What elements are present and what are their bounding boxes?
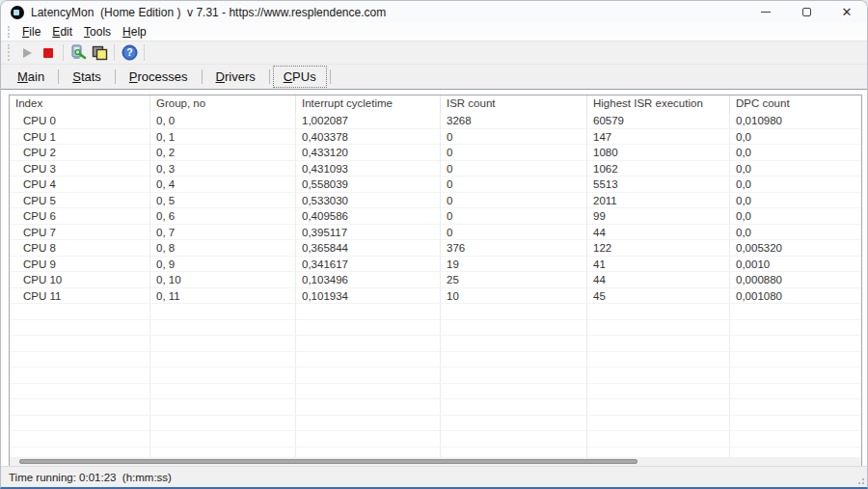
table-row[interactable]: CPU 60, 60,4095860990,0 — [10, 208, 861, 225]
column-header[interactable]: Interrupt cycletime — [296, 95, 441, 113]
empty-table-row — [10, 352, 861, 368]
column-header[interactable]: DPC count — [730, 95, 861, 113]
table-cell — [587, 431, 730, 448]
table-cell: 0,101934 — [296, 288, 441, 305]
scrollbar-thumb[interactable] — [19, 459, 637, 464]
table-cell: CPU 7 — [10, 225, 150, 241]
table-cell — [730, 304, 861, 320]
table-cell: CPU 5 — [10, 193, 150, 209]
table-row[interactable]: CPU 90, 90,34161719410,0010 — [10, 257, 861, 273]
stop-button[interactable] — [38, 43, 59, 63]
table-cell: 0 — [441, 177, 587, 193]
tab-separator — [115, 69, 116, 84]
table-row[interactable]: CPU 80, 80,3658443761220,005320 — [10, 240, 861, 257]
table-cell — [587, 384, 730, 400]
toolbar-separator — [114, 44, 115, 61]
table-cell: 0,533030 — [296, 193, 441, 209]
table-cell — [730, 336, 861, 352]
table-cell — [587, 336, 730, 352]
title-bar: LatencyMon (Home Edition ) v 7.31 - http… — [1, 1, 867, 23]
table-cell — [10, 320, 150, 337]
table-row[interactable]: CPU 20, 20,433120010800,0 — [10, 145, 861, 161]
table-row[interactable]: CPU 100, 100,10349625440,000880 — [10, 272, 861, 288]
table-cell: 0,103496 — [296, 272, 441, 288]
menu-item-file[interactable]: File — [16, 24, 46, 40]
table-row[interactable]: CPU 70, 70,3951170440,0 — [10, 225, 861, 241]
analyze-button[interactable] — [68, 43, 89, 63]
table-row[interactable]: CPU 10, 10,40337801470,0 — [10, 129, 861, 146]
table-cell — [296, 352, 441, 368]
tab-processes[interactable]: Processes — [119, 66, 199, 88]
tab-drivers[interactable]: Drivers — [205, 66, 266, 88]
toolbar-gripper — [8, 44, 11, 60]
table-cell: 10 — [441, 288, 587, 305]
table-cell — [296, 416, 441, 432]
table-cell — [441, 320, 587, 337]
table-cell: 0,0 — [730, 193, 861, 209]
menubar-gripper — [8, 26, 11, 39]
table-cell: 99 — [587, 208, 730, 225]
resize-grip[interactable] — [854, 475, 864, 484]
empty-table-row — [10, 416, 861, 432]
table-cell: 0,0 — [730, 129, 861, 146]
table-cell — [441, 431, 587, 448]
table-cell: 0, 2 — [150, 145, 296, 161]
status-bar: Time running: 0:01:23 (h:mm:ss) — [1, 466, 867, 487]
help-icon: ? — [122, 44, 138, 61]
processes-button[interactable] — [89, 43, 110, 63]
table-cell: 0,0010 — [730, 257, 861, 273]
table-cell — [10, 399, 150, 416]
table-cell — [150, 431, 296, 448]
overlapping-windows-icon — [92, 45, 108, 61]
menu-item-edit[interactable]: Edit — [46, 24, 78, 40]
column-header[interactable]: Index — [10, 95, 150, 113]
table-cell: 2011 — [587, 193, 730, 209]
minimize-button[interactable] — [746, 1, 786, 23]
table-cell — [587, 399, 730, 416]
table-cell: 0, 6 — [150, 208, 296, 225]
empty-table-row — [10, 336, 861, 352]
table-cell: 0,431093 — [296, 161, 441, 177]
table-cell — [150, 320, 296, 337]
table-cell: 19 — [441, 257, 587, 273]
table-cell: 1080 — [587, 145, 730, 161]
table-cell — [150, 336, 296, 352]
tab-main[interactable]: Main — [7, 66, 55, 88]
table-cell: 0,403378 — [296, 129, 441, 146]
toolbar-separator — [144, 44, 145, 61]
column-header[interactable]: Highest ISR execution — [587, 95, 730, 113]
menu-bar: FileEditToolsHelp — [1, 23, 867, 41]
close-icon: ✕ — [842, 6, 853, 18]
horizontal-scrollbar[interactable] — [10, 457, 861, 466]
table-row[interactable]: CPU 110, 110,10193410450,001080 — [10, 288, 861, 305]
table-cell: CPU 6 — [10, 208, 150, 225]
menu-item-help[interactable]: Help — [117, 24, 152, 40]
table-cell: 0 — [441, 161, 587, 177]
table-row[interactable]: CPU 30, 30,431093010620,0 — [10, 161, 861, 177]
help-button[interactable]: ? — [119, 43, 140, 63]
play-button[interactable] — [16, 43, 38, 63]
tab-separator — [202, 69, 203, 84]
table-cell — [441, 399, 587, 416]
table-cell: 0, 0 — [150, 113, 296, 129]
maximize-button[interactable] — [786, 1, 827, 23]
table-row[interactable]: CPU 40, 40,558039055130,0 — [10, 177, 861, 193]
column-header[interactable]: ISR count — [441, 95, 587, 113]
table-cell — [10, 384, 150, 400]
table-row[interactable]: CPU 00, 01,0020873268605790,010980 — [10, 113, 861, 129]
table-cell: 0, 8 — [150, 240, 296, 257]
table-cell — [441, 304, 587, 320]
table-cell: 44 — [587, 272, 730, 288]
table-cell — [150, 399, 296, 416]
menu-item-tools[interactable]: Tools — [78, 24, 117, 40]
column-header[interactable]: Group, no — [150, 95, 296, 113]
table-cell: 44 — [587, 225, 730, 241]
tab-separator — [330, 69, 331, 84]
tab-stats[interactable]: Stats — [62, 66, 112, 88]
close-button[interactable]: ✕ — [827, 1, 867, 23]
cpu-table: IndexGroup, noInterrupt cycletimeISR cou… — [9, 95, 862, 467]
table-cell — [587, 352, 730, 368]
window-controls: ✕ — [746, 1, 867, 23]
table-row[interactable]: CPU 50, 50,533030020110,0 — [10, 193, 861, 209]
tab-cpus[interactable]: CPUs — [273, 66, 327, 88]
